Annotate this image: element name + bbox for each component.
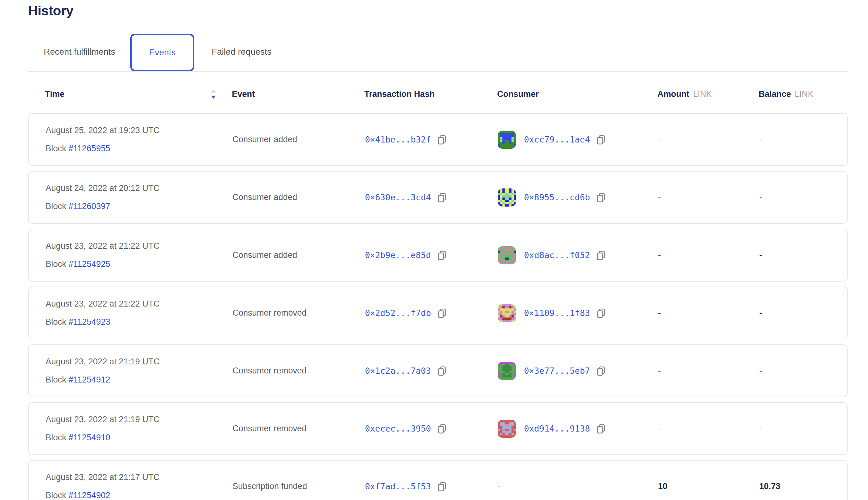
event-type: Subscription funded bbox=[232, 481, 365, 491]
transaction-hash-link[interactable]: 0×2d52...f7db bbox=[365, 308, 431, 318]
event-type: Consumer removed bbox=[232, 308, 365, 318]
transaction-hash-link[interactable]: 0xecec...3950 bbox=[365, 424, 431, 433]
consumer-identicon bbox=[498, 130, 516, 149]
column-header-time[interactable]: Time bbox=[45, 89, 232, 99]
consumer-identicon bbox=[498, 362, 516, 380]
consumer-address-link[interactable]: 0×3e77...5eb7 bbox=[524, 366, 590, 376]
time-cell: August 24, 2022 at 20:12 UTC Block #1126… bbox=[46, 183, 232, 212]
event-row: August 24, 2022 at 20:12 UTC Block #1126… bbox=[28, 171, 848, 224]
transaction-hash-cell: 0×1c2a...7a03 bbox=[365, 366, 498, 376]
consumer-identicon bbox=[498, 189, 516, 207]
event-time: August 23, 2022 at 21:19 UTC bbox=[46, 356, 232, 367]
time-cell: August 25, 2022 at 19:23 UTC Block #1126… bbox=[46, 125, 232, 154]
consumer-identicon bbox=[498, 304, 516, 322]
consumer-address-link[interactable]: 0×1109...1f83 bbox=[524, 308, 590, 318]
copy-icon[interactable] bbox=[595, 423, 606, 434]
event-time: August 23, 2022 at 21:19 UTC bbox=[46, 414, 232, 425]
consumer-cell: 0×8955...cd6b bbox=[498, 189, 658, 207]
balance-value: - bbox=[759, 308, 847, 318]
time-cell: August 23, 2022 at 21:22 UTC Block #1125… bbox=[46, 241, 232, 269]
consumer-address-link[interactable]: 0×8955...cd6b bbox=[524, 193, 590, 202]
copy-icon[interactable] bbox=[595, 308, 606, 318]
balance-value: - bbox=[759, 424, 847, 433]
event-time: August 23, 2022 at 21:17 UTC bbox=[46, 472, 232, 482]
column-header-event: Event bbox=[232, 89, 364, 99]
event-time: August 25, 2022 at 19:23 UTC bbox=[46, 125, 232, 136]
transaction-hash-link[interactable]: 0×630e...3cd4 bbox=[365, 193, 431, 202]
table-header: Time Event Transaction Hash Consumer Amo… bbox=[45, 89, 848, 99]
consumer-cell: 0×1109...1f83 bbox=[498, 304, 658, 322]
amount-value: - bbox=[658, 424, 759, 433]
event-row: August 23, 2022 at 21:19 UTC Block #1125… bbox=[28, 402, 848, 455]
history-page: History Recent fulfillments Events Faile… bbox=[28, 0, 848, 500]
amount-value: - bbox=[658, 366, 759, 376]
balance-value: - bbox=[759, 366, 847, 376]
consumer-empty-dash: - bbox=[498, 481, 501, 491]
transaction-hash-link[interactable]: 0×1c2a...7a03 bbox=[365, 366, 431, 376]
copy-icon[interactable] bbox=[595, 250, 606, 261]
amount-value: - bbox=[658, 308, 759, 318]
sort-descending-icon[interactable] bbox=[210, 89, 217, 100]
balance-value: - bbox=[759, 193, 847, 202]
block-link[interactable]: #11260397 bbox=[69, 202, 110, 211]
block-label: Block bbox=[46, 202, 66, 211]
copy-icon[interactable] bbox=[436, 192, 447, 203]
event-type: Consumer removed bbox=[232, 366, 365, 376]
page-title: History bbox=[28, 0, 848, 19]
block-link[interactable]: #11254925 bbox=[69, 259, 110, 269]
block-label: Block bbox=[46, 375, 66, 384]
time-cell: August 23, 2022 at 21:19 UTC Block #1125… bbox=[46, 356, 232, 385]
consumer-cell: - bbox=[498, 481, 658, 491]
column-header-consumer: Consumer bbox=[497, 89, 658, 99]
events-list: August 25, 2022 at 19:23 UTC Block #1126… bbox=[28, 113, 848, 500]
tab-recent-fulfillments[interactable]: Recent fulfillments bbox=[44, 47, 115, 57]
block-link[interactable]: #11265955 bbox=[69, 144, 110, 153]
block-label: Block bbox=[46, 317, 66, 327]
consumer-cell: 0×3e77...5eb7 bbox=[498, 362, 658, 380]
consumer-address-link[interactable]: 0xcc79...1ae4 bbox=[524, 135, 590, 144]
column-header-transaction-hash: Transaction Hash bbox=[364, 89, 497, 99]
tab-events-label: Events bbox=[149, 47, 176, 57]
consumer-cell: 0xd8ac...f052 bbox=[498, 246, 658, 264]
amount-unit-label: LINK bbox=[693, 89, 712, 99]
time-cell: August 23, 2022 at 21:17 UTC Block #1125… bbox=[46, 472, 232, 500]
block-label: Block bbox=[46, 259, 66, 269]
balance-value: - bbox=[759, 250, 847, 260]
column-header-amount: AmountLINK bbox=[658, 89, 758, 99]
copy-icon[interactable] bbox=[436, 366, 447, 376]
event-type: Consumer removed bbox=[232, 424, 365, 433]
consumer-address-link[interactable]: 0xd914...9138 bbox=[524, 424, 590, 433]
balance-unit-label: LINK bbox=[795, 89, 814, 99]
copy-icon[interactable] bbox=[436, 481, 447, 492]
event-row: August 23, 2022 at 21:22 UTC Block #1125… bbox=[28, 286, 848, 339]
copy-icon[interactable] bbox=[595, 134, 606, 145]
block-label: Block bbox=[46, 491, 66, 500]
transaction-hash-cell: 0xecec...3950 bbox=[365, 423, 498, 434]
copy-icon[interactable] bbox=[595, 192, 606, 203]
time-cell: August 23, 2022 at 21:22 UTC Block #1125… bbox=[46, 299, 232, 327]
amount-value: - bbox=[658, 250, 759, 260]
event-type: Consumer added bbox=[232, 250, 365, 260]
copy-icon[interactable] bbox=[595, 366, 606, 376]
tab-failed-requests[interactable]: Failed requests bbox=[212, 47, 271, 57]
event-row: August 23, 2022 at 21:22 UTC Block #1125… bbox=[28, 229, 848, 282]
amount-value: 10 bbox=[658, 481, 759, 491]
transaction-hash-link[interactable]: 0×41be...b32f bbox=[365, 135, 431, 144]
history-tabs: Recent fulfillments Events Failed reques… bbox=[28, 33, 848, 72]
block-link[interactable]: #11254923 bbox=[69, 317, 110, 327]
transaction-hash-link[interactable]: 0xf7ad...5f53 bbox=[365, 481, 431, 491]
balance-value: - bbox=[759, 135, 847, 144]
consumer-address-link[interactable]: 0xd8ac...f052 bbox=[524, 250, 590, 260]
amount-value: - bbox=[658, 135, 759, 144]
copy-icon[interactable] bbox=[436, 308, 447, 318]
block-link[interactable]: #11254902 bbox=[69, 491, 110, 500]
copy-icon[interactable] bbox=[436, 423, 447, 434]
block-link[interactable]: #11254912 bbox=[69, 375, 110, 384]
tab-events[interactable]: Events bbox=[130, 34, 195, 71]
copy-icon[interactable] bbox=[436, 134, 447, 145]
consumer-cell: 0xd914...9138 bbox=[498, 420, 658, 438]
block-link[interactable]: #11254910 bbox=[69, 433, 110, 442]
copy-icon[interactable] bbox=[436, 250, 447, 261]
event-row: August 25, 2022 at 19:23 UTC Block #1126… bbox=[28, 113, 848, 166]
transaction-hash-link[interactable]: 0×2b9e...e85d bbox=[365, 250, 431, 260]
